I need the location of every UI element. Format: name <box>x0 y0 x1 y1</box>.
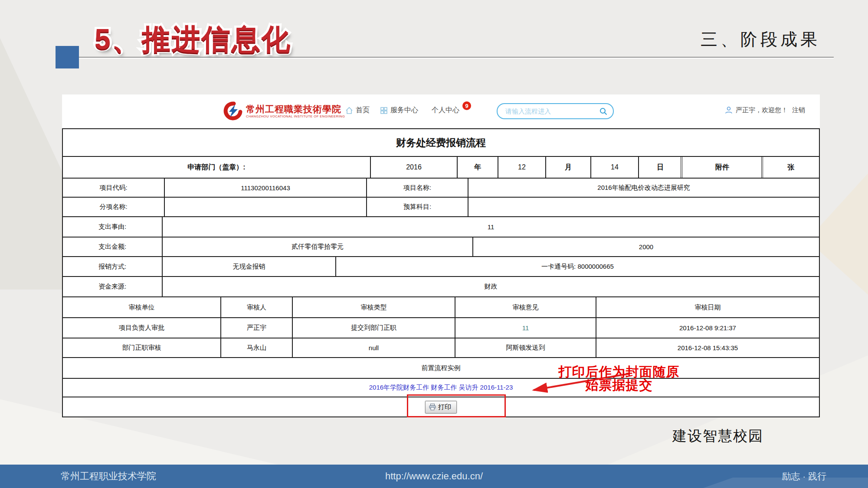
method-value: 无现金报销 <box>163 257 336 276</box>
dept-label: 申请部门（盖章）: <box>63 157 371 178</box>
method-label: 报销方式: <box>63 257 163 276</box>
reason-label: 支出事由: <box>63 217 163 237</box>
attachment-label: 附件 <box>681 157 762 178</box>
source-label: 资金来源: <box>63 277 163 296</box>
grid-icon <box>380 106 388 115</box>
slide-caption: 建设智慧校园 <box>672 426 763 446</box>
user-icon <box>724 106 733 114</box>
nav-service-center[interactable]: 服务中心 <box>380 106 418 115</box>
user-greeting: 严正宇，欢迎您！ <box>736 106 788 114</box>
notification-badge: 9 <box>462 101 471 110</box>
reason-value: 11 <box>163 217 819 237</box>
budget-value <box>468 198 819 216</box>
form-title: 财务处经费报销流程 <box>63 129 819 156</box>
audit-2-type: null <box>293 338 455 357</box>
audit-header-unit: 审核单位 <box>63 297 221 317</box>
month-value: 12 <box>498 157 546 178</box>
form-date-row: 申请部门（盖章）: 2016 年 12 月 14 日 附件 张 <box>63 157 819 179</box>
budget-label: 预算科目: <box>367 198 468 216</box>
section-label: 三、阶段成果 <box>701 28 820 51</box>
project-name-label: 项目名称: <box>367 179 468 197</box>
amount-label: 支出金额: <box>63 237 163 256</box>
year-value: 2016 <box>371 157 458 178</box>
audit-2-unit: 部门正职审核 <box>63 338 221 357</box>
annotation-line2: 始票据提交 <box>547 378 691 392</box>
method-row: 报销方式: 无现金报销 一卡通号码: 8000000665 <box>63 257 819 277</box>
user-box: 严正宇，欢迎您！ 注销 <box>724 106 805 114</box>
year-unit: 年 <box>458 157 498 178</box>
search-input[interactable] <box>505 107 599 115</box>
audit-header-opinion: 审核意见 <box>455 297 596 317</box>
reimbursement-form-table: 财务处经费报销流程 申请部门（盖章）: 2016 年 12 月 14 日 附件 … <box>62 128 820 417</box>
amount-number: 2000 <box>473 237 819 256</box>
reason-row: 支出事由: 11 <box>63 217 819 237</box>
sheet-unit: 张 <box>761 157 819 178</box>
title-accent-square <box>56 46 79 68</box>
day-value: 14 <box>591 157 639 178</box>
audit-1-unit: 项目负责人审批 <box>63 318 221 338</box>
project-name-value: 2016年输配电价改动态进展研究 <box>468 179 819 197</box>
project-code-value: 11130200116043 <box>165 179 367 197</box>
day-unit: 日 <box>639 157 681 178</box>
nav-personal-label: 个人中心 <box>432 106 459 115</box>
audit-1-opinion: 11 <box>455 318 596 338</box>
audit-1-type: 提交到部门正职 <box>293 318 455 338</box>
sub-item-row: 分项名称: 预算科目: <box>63 198 819 217</box>
sub-item-value <box>165 198 367 216</box>
annotation-line1: 打印后作为封面随原 <box>547 365 691 378</box>
web-app-panel: 常州工程職業技術學院 CHANGZHOU VOCATIONAL INSTITUT… <box>62 94 820 417</box>
school-name-cn: 常州工程職業技術學院 <box>246 104 345 114</box>
school-logo: 常州工程職業技術學院 CHANGZHOU VOCATIONAL INSTITUT… <box>223 101 345 120</box>
footer-url: http://www.czie.edu.cn/ <box>385 471 483 482</box>
amount-chinese: 贰仟零佰零拾零元 <box>163 237 473 256</box>
nav-personal-center[interactable]: 个人中心 9 <box>432 106 459 115</box>
audit-header-row: 审核单位 审核人 审核类型 审核意见 审核日期 <box>63 297 819 318</box>
sub-item-label: 分项名称: <box>63 198 165 216</box>
audit-1-person: 严正宇 <box>221 318 293 338</box>
search-icon[interactable] <box>599 107 608 116</box>
audit-2-opinion: 阿斯顿发送到 <box>455 338 596 357</box>
audit-2-date: 2016-12-08 15:43:35 <box>596 338 819 357</box>
print-highlight-box <box>407 394 506 417</box>
audit-header-date: 审核日期 <box>596 297 819 317</box>
slide-footer: 常州工程职业技术学院 http://www.czie.edu.cn/ 励志 · … <box>0 465 868 488</box>
project-code-row: 项目代码: 11130200116043 项目名称: 2016年输配电价改动态进… <box>63 179 819 198</box>
month-unit: 月 <box>546 157 591 178</box>
footer-school-name: 常州工程职业技术学院 <box>61 470 156 483</box>
home-icon <box>345 106 354 115</box>
school-logo-text: 常州工程職業技術學院 CHANGZHOU VOCATIONAL INSTITUT… <box>246 104 345 118</box>
audit-row-2: 部门正职审核 马永山 null 阿斯顿发送到 2016-12-08 15:43:… <box>63 338 819 358</box>
web-app-header: 常州工程職業技術學院 CHANGZHOU VOCATIONAL INSTITUT… <box>62 94 820 128</box>
source-value: 财政 <box>163 277 819 296</box>
red-annotation: 打印后作为封面随原 始票据提交 <box>547 365 691 392</box>
amount-row: 支出金额: 贰仟零佰零拾零元 2000 <box>63 237 819 257</box>
nav-home[interactable]: 首页 <box>345 106 370 115</box>
slide: 5、推进信息化 5、推进信息化 三、阶段成果 常州工程職業技術學院 CHANGZ… <box>0 0 868 488</box>
nav-home-label: 首页 <box>356 106 370 115</box>
footer-motto: 励志 · 践行 <box>782 470 826 482</box>
project-code-label: 项目代码: <box>63 179 165 197</box>
process-search-box[interactable] <box>497 103 614 119</box>
form-title-row: 财务处经费报销流程 <box>63 129 819 157</box>
nav-service-label: 服务中心 <box>390 106 418 115</box>
pre-process-link[interactable]: 2016年学院财务工作 财务工作 吴访升 2016-11-23 <box>63 379 819 397</box>
logout-link[interactable]: 注销 <box>792 106 805 114</box>
audit-2-person: 马永山 <box>221 338 293 357</box>
school-logo-icon <box>223 101 242 120</box>
pre-process-label: 前置流程实例 <box>63 358 819 378</box>
audit-header-person: 审核人 <box>221 297 293 317</box>
slide-title: 5、推进信息化 5、推进信息化 <box>95 20 364 63</box>
slide-title-text: 5、推进信息化 <box>95 20 292 59</box>
audit-header-type: 审核类型 <box>293 297 455 317</box>
audit-row-1: 项目负责人审批 严正宇 提交到部门正职 11 2016-12-08 9:21:3… <box>63 318 819 338</box>
card-number: 一卡通号码: 8000000665 <box>336 257 819 276</box>
audit-1-date: 2016-12-08 9:21:37 <box>596 318 819 338</box>
source-row: 资金来源: 财政 <box>63 277 819 297</box>
pre-process-row: 前置流程实例 <box>63 358 819 379</box>
school-name-en: CHANGZHOU VOCATIONAL INSTITUTE OF ENGINE… <box>246 114 345 118</box>
